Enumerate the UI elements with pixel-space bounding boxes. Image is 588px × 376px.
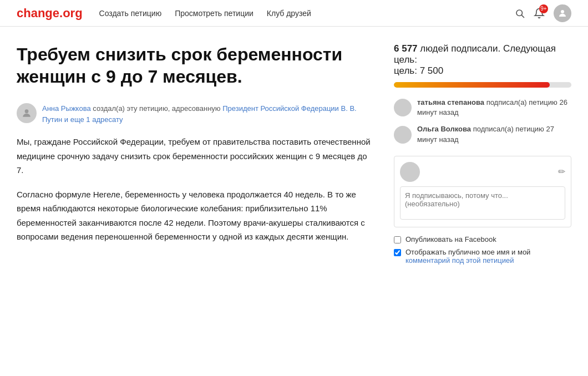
more-recipients-link[interactable]: и еще 1 адресату xyxy=(62,115,123,124)
signatures-label: людей подписали. xyxy=(420,43,500,54)
next-goal-label-2: цель: xyxy=(394,65,420,76)
search-button[interactable] xyxy=(515,8,525,18)
facebook-checkbox-label[interactable]: Опубликовать на Facebook xyxy=(405,235,496,243)
notifications-badge: 9+ xyxy=(539,4,548,13)
signer-text-2: Ольга Волкова подписал(а) петицию 27 мин… xyxy=(417,124,571,144)
svg-point-2 xyxy=(561,10,564,13)
comment-section: ✏ xyxy=(394,156,571,227)
comment-textarea[interactable] xyxy=(400,186,565,220)
signatures-count: 6 577 людей подписали. Следующая цель: ц… xyxy=(394,43,571,77)
signer-row-2: Ольга Волкова подписал(а) петицию 27 мин… xyxy=(394,124,571,144)
petition-title: Требуем снизить срок беременности женщин… xyxy=(17,43,372,88)
body-paragraph-1: Мы, граждане Российской Федерации, требу… xyxy=(17,135,372,177)
next-goal-value: 7 500 xyxy=(420,65,444,76)
main-content: Требуем снизить срок беременности женщин… xyxy=(0,27,588,280)
signer-action-1: подписал(а) петицию xyxy=(486,98,557,106)
author-link[interactable]: Анна Рыжкова xyxy=(42,104,91,113)
body-paragraph-2: Согласно формуле Негеле, беременность у … xyxy=(17,187,372,244)
facebook-checkbox[interactable] xyxy=(394,236,401,243)
svg-point-3 xyxy=(25,109,29,113)
signer-action-2: подписал(а) петицию xyxy=(473,125,544,133)
author-avatar xyxy=(17,103,37,123)
author-row: Анна Рыжкова создал(а) эту петицию, адре… xyxy=(17,103,372,125)
nav-club[interactable]: Клуб друзей xyxy=(267,9,311,18)
edit-icon[interactable]: ✏ xyxy=(558,166,565,177)
signer-text-1: татьяна степанова подписал(а) петицию 26… xyxy=(417,98,571,118)
logo[interactable]: change.org xyxy=(17,6,83,21)
signer-name-2: Ольга Волкова xyxy=(417,125,471,133)
nav-create[interactable]: Создать петицию xyxy=(99,9,162,18)
comment-link[interactable]: комментарий под этой петицией xyxy=(405,256,514,265)
signer-name-1: татьяна степанова xyxy=(417,98,484,106)
notifications-button[interactable]: 9+ xyxy=(534,8,545,19)
author-text: Анна Рыжкова создал(а) эту петицию, адре… xyxy=(42,103,372,125)
public-checkbox-row: Отображать публично мое имя и мой коммен… xyxy=(394,248,571,265)
recent-signers: татьяна степанова подписал(а) петицию 26… xyxy=(394,98,571,145)
user-avatar[interactable] xyxy=(554,4,571,22)
comment-avatar xyxy=(400,162,420,182)
right-column: 6 577 людей подписали. Следующая цель: ц… xyxy=(394,43,571,269)
comment-header: ✏ xyxy=(400,162,565,182)
facebook-checkbox-row: Опубликовать на Facebook xyxy=(394,235,571,243)
petition-body: Мы, граждане Российской Федерации, требу… xyxy=(17,135,372,244)
public-checkbox[interactable] xyxy=(394,249,401,256)
public-checkbox-label[interactable]: Отображать публично мое имя и мой коммен… xyxy=(405,248,571,265)
public-label-text: Отображать публично мое имя и мой xyxy=(405,248,530,256)
nav-browse[interactable]: Просмотреть петиции xyxy=(175,9,254,18)
nav: Создать петицию Просмотреть петиции Клуб… xyxy=(99,9,498,18)
author-text-mid: создал(а) эту петицию, адресованную xyxy=(91,104,223,113)
progress-bar xyxy=(394,82,571,88)
svg-line-1 xyxy=(521,15,524,17)
signer-avatar-1 xyxy=(394,99,412,116)
progress-bar-fill xyxy=(394,82,550,88)
header: change.org Создать петицию Просмотреть п… xyxy=(0,0,588,27)
header-icons: 9+ xyxy=(515,4,571,22)
left-column: Требуем снизить срок беременности женщин… xyxy=(17,43,372,269)
signer-row: татьяна степанова подписал(а) петицию 26… xyxy=(394,98,571,118)
signer-avatar-2 xyxy=(394,126,412,144)
signatures-number: 6 577 xyxy=(394,43,418,54)
